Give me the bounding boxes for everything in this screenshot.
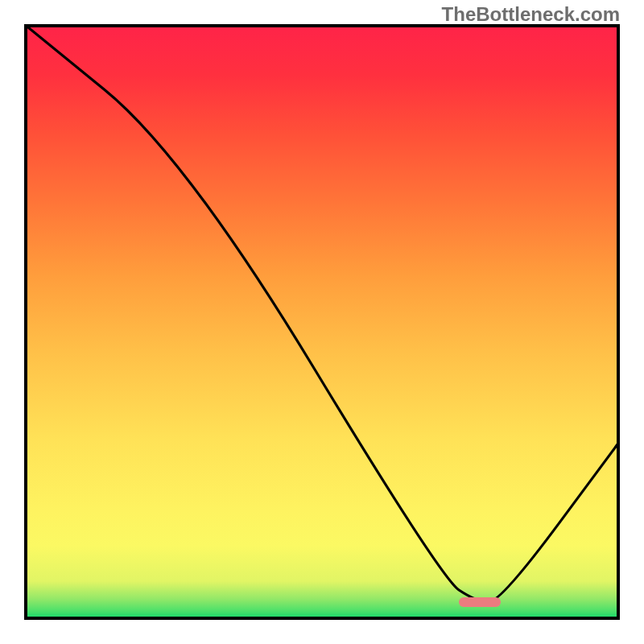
plot-area (24, 24, 620, 620)
optimal-range-marker (459, 597, 501, 607)
watermark-text: TheBottleneck.com (442, 3, 620, 26)
background-gradient (27, 27, 617, 617)
chart-container: TheBottleneck.com (0, 0, 644, 644)
